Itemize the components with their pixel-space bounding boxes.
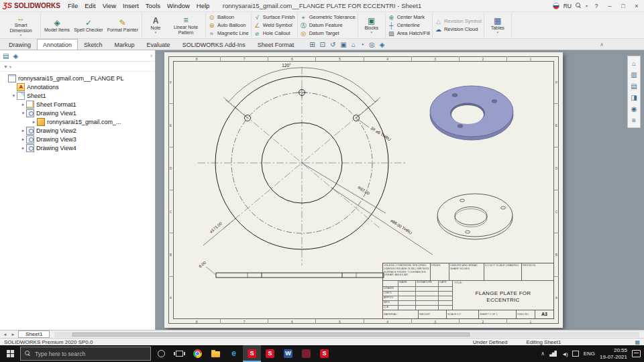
menu-item[interactable]: Window: [164, 2, 193, 9]
dimension-label[interactable]: 6.00: [198, 260, 207, 269]
note-button[interactable]: Note: [144, 15, 167, 35]
maximize-button[interactable]: □: [619, 3, 628, 9]
prev-sheet-icon[interactable]: ◄: [2, 333, 8, 337]
blocks-button[interactable]: Blocks: [360, 15, 383, 35]
centerline-button[interactable]: Centerline: [388, 22, 430, 29]
taskbar-app-button[interactable]: [297, 345, 315, 362]
help-button[interactable]: ?: [592, 3, 601, 9]
area-hatch-button[interactable]: Area Hatch/Fill: [388, 30, 430, 37]
ribbon-tab[interactable]: Drawing: [3, 39, 37, 50]
clock[interactable]: 20:55 19-07-2021: [600, 347, 627, 359]
heads-up-icon[interactable]: [360, 41, 364, 48]
tree-item[interactable]: ▸ Drawing View3: [0, 135, 155, 143]
heads-up-icon[interactable]: [309, 41, 315, 48]
next-sheet-icon[interactable]: ►: [10, 333, 16, 337]
tree-item[interactable]: ▸ Drawing View2: [0, 126, 155, 135]
language-indicator[interactable]: ENG: [584, 351, 595, 357]
task-pane-icon[interactable]: [628, 80, 640, 92]
taskbar-search[interactable]: [20, 347, 151, 361]
filter-caret-icon[interactable]: ▾: [9, 64, 11, 69]
isometric-view[interactable]: [437, 194, 513, 239]
hole-callout-button[interactable]: Hole Callout: [254, 30, 295, 37]
tree-item[interactable]: ▸ Sheet Format1: [0, 100, 155, 109]
tree-item[interactable]: ▸ Drawing View4: [0, 143, 155, 152]
ribbon-tab[interactable]: SOLIDWORKS Add-Ins: [176, 39, 252, 50]
taskbar-app-button[interactable]: [243, 345, 261, 362]
search-input[interactable]: [35, 351, 136, 357]
tree-expand-icon[interactable]: ▸: [20, 145, 26, 151]
tree-item[interactable]: ▸ ronnysarai15_gmail.com_...: [0, 117, 155, 126]
horizontal-scrollbar[interactable]: [54, 332, 639, 337]
taskbar-app-button[interactable]: [207, 345, 225, 362]
menu-item[interactable]: Tools: [142, 2, 164, 9]
close-button[interactable]: ×: [632, 3, 641, 9]
network-icon[interactable]: [549, 351, 557, 357]
tree-expand-icon[interactable]: ▾: [20, 111, 26, 116]
smart-dimension-button[interactable]: Smart Dimension: [3, 13, 38, 37]
menu-item[interactable]: Edit: [81, 2, 99, 9]
dimension-label[interactable]: ⌀171.00: [209, 221, 223, 234]
format-painter-button[interactable]: Format Painter: [106, 17, 140, 34]
start-button[interactable]: [0, 345, 20, 362]
front-view[interactable]: 120° 3X ⌀5 THRU R67.00 ⌀171.00 ⌀86.00 TH…: [198, 63, 433, 265]
center-mark-button[interactable]: Center Mark: [388, 14, 430, 21]
taskbar-app-button[interactable]: [152, 345, 170, 362]
sheet-tab[interactable]: Sheet1: [18, 330, 50, 338]
ribbon-tab[interactable]: Markup: [109, 39, 141, 50]
tree-item[interactable]: ▾ Drawing View1: [0, 109, 155, 117]
geometric-tolerance-button[interactable]: Geometric Tolerance: [300, 14, 356, 21]
tree-expand-icon[interactable]: ▸: [31, 119, 37, 125]
tree-item[interactable]: ronnysarai15_gmail.com__FLANGE PL: [0, 74, 155, 82]
heads-up-icon[interactable]: [380, 41, 385, 48]
minimize-button[interactable]: –: [605, 3, 614, 9]
ribbon-tab[interactable]: Sheet Format: [252, 39, 301, 50]
taskbar-app-button[interactable]: [170, 345, 189, 362]
scrollbar-thumb[interactable]: [72, 333, 470, 337]
graphics-area[interactable]: 87654321 87654321 FEDCBA FEDCBA: [156, 50, 644, 330]
task-pane-icon[interactable]: [628, 92, 640, 103]
dimension-label[interactable]: ⌀86.00 THRU: [390, 219, 413, 235]
shaded-view[interactable]: [430, 86, 513, 140]
heads-up-icon[interactable]: [340, 41, 346, 48]
language-flag-icon[interactable]: [553, 3, 559, 9]
drawing-sheet[interactable]: 87654321 87654321 FEDCBA FEDCBA: [164, 52, 563, 328]
feature-tree-tab-icon[interactable]: [3, 52, 9, 60]
task-pane-icon[interactable]: [628, 115, 640, 126]
panel-chevron-icon[interactable]: ›: [150, 52, 152, 59]
tree-expand-icon[interactable]: ▸: [20, 137, 26, 142]
taskbar-app-button[interactable]: [225, 345, 243, 362]
status-grid-icon[interactable]: [635, 339, 640, 345]
heads-up-icon[interactable]: [352, 41, 356, 48]
task-pane-icon[interactable]: [628, 58, 640, 69]
revision-cloud-button[interactable]: Revision Cloud: [435, 26, 482, 33]
menu-item[interactable]: View: [99, 2, 119, 9]
model-items-button[interactable]: Model Items: [43, 17, 71, 34]
filter-icon[interactable]: [3, 63, 8, 70]
task-pane-icon[interactable]: [628, 69, 640, 80]
tree-expand-icon[interactable]: ▾: [11, 93, 17, 99]
tray-app-icon[interactable]: [572, 351, 579, 357]
side-view[interactable]: 6.00: [198, 260, 384, 278]
action-center-icon[interactable]: [632, 350, 641, 357]
surface-finish-button[interactable]: Surface Finish: [254, 14, 295, 21]
menu-item[interactable]: Help: [193, 2, 213, 9]
balloon-button[interactable]: Balloon: [208, 14, 249, 21]
tree-item[interactable]: ▾ Sheet1: [0, 91, 155, 100]
tree-item[interactable]: Annotations: [0, 82, 155, 91]
search-icon[interactable]: [576, 3, 582, 9]
search-caret-icon[interactable]: ▾: [586, 3, 588, 8]
ribbon-tab[interactable]: Annotation: [37, 39, 78, 50]
spell-checker-button[interactable]: Spell Checker: [72, 17, 105, 34]
language-badge[interactable]: RU: [564, 3, 572, 9]
tray-chevron-icon[interactable]: [541, 351, 545, 357]
tree-expand-icon[interactable]: ▸: [20, 102, 26, 107]
ribbon-tab[interactable]: Evaluate: [141, 39, 176, 50]
dimension-label[interactable]: 3X ⌀5 THRU: [370, 126, 391, 142]
datum-target-button[interactable]: Datum Target: [300, 30, 356, 37]
auto-balloon-button[interactable]: Auto Balloon: [208, 22, 249, 29]
property-manager-tab-icon[interactable]: [13, 52, 18, 60]
heads-up-icon[interactable]: [330, 41, 335, 48]
weld-symbol-button[interactable]: Weld Symbol: [254, 22, 295, 29]
heads-up-icon[interactable]: [320, 41, 325, 48]
menu-item[interactable]: File: [64, 2, 81, 9]
